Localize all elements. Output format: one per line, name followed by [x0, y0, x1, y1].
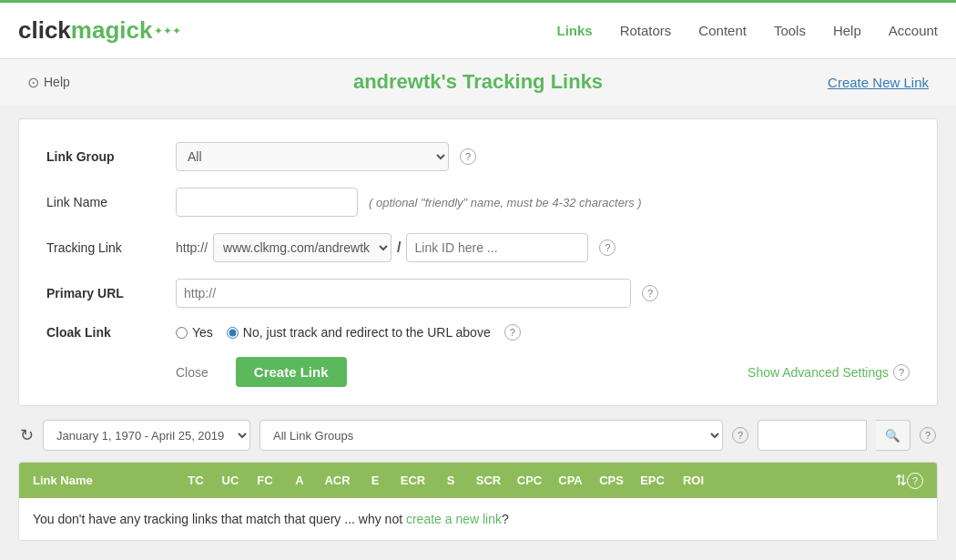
- page-title: andrewtk's Tracking Links: [353, 70, 603, 94]
- page-header: ⊙ Help andrewtk's Tracking Links Create …: [0, 59, 956, 105]
- refresh-icon[interactable]: ↻: [20, 425, 34, 445]
- primary-url-row: Primary URL ?: [46, 279, 910, 308]
- create-link-button[interactable]: Create Link: [236, 357, 347, 387]
- tracking-link-group: http:// www.clkmg.com/andrewtk /: [176, 233, 588, 262]
- logo-dots: ✦✦✦: [154, 25, 181, 37]
- empty-message-end: ?: [502, 512, 509, 526]
- nav-rotators-item[interactable]: Rotators: [620, 23, 672, 38]
- link-group-select[interactable]: All: [176, 142, 449, 171]
- th-a: A: [282, 473, 317, 487]
- table-settings-icon[interactable]: ⇅: [895, 472, 907, 489]
- page-help[interactable]: ⊙ Help: [27, 74, 70, 91]
- cloak-yes-radio[interactable]: [176, 327, 188, 339]
- th-uc: UC: [213, 473, 248, 487]
- th-e: E: [358, 473, 392, 487]
- search-button[interactable]: 🔍: [876, 420, 910, 451]
- show-advanced-settings[interactable]: Show Advanced Settings ?: [748, 364, 910, 381]
- tracking-link-row: Tracking Link http:// www.clkmg.com/andr…: [46, 233, 910, 262]
- table-empty-row: You don't have any tracking links that m…: [19, 498, 937, 540]
- th-ecr: ECR: [392, 473, 433, 487]
- primary-url-input[interactable]: [176, 279, 631, 308]
- tracking-slash: /: [397, 239, 401, 256]
- link-name-label: Link Name: [46, 195, 165, 209]
- link-groups-select[interactable]: All Link Groups: [259, 420, 723, 451]
- nav-links-item[interactable]: Links: [556, 23, 592, 38]
- primary-url-label: Primary URL: [46, 286, 165, 300]
- help-label: Help: [44, 75, 70, 89]
- search-help-icon[interactable]: ?: [920, 427, 936, 443]
- th-link-name: Link Name: [33, 473, 178, 487]
- th-epc: EPC: [632, 473, 673, 487]
- cloak-no-option[interactable]: No, just track and redirect to the URL a…: [227, 325, 491, 340]
- main-content: Link Group All ? Link Name ( optional "f…: [0, 105, 956, 555]
- nav-tools-item[interactable]: Tools: [774, 23, 806, 38]
- close-button[interactable]: Close: [176, 365, 208, 380]
- nav-account-item[interactable]: Account: [889, 23, 938, 38]
- empty-message: You don't have any tracking links that m…: [33, 512, 406, 526]
- nav-content-item[interactable]: Content: [698, 23, 747, 38]
- link-name-row: Link Name ( optional "friendly" name, mu…: [46, 188, 910, 217]
- search-input[interactable]: [758, 420, 867, 451]
- th-s: S: [433, 473, 468, 487]
- cloak-link-label: Cloak Link: [46, 325, 165, 340]
- table-help-icon[interactable]: ?: [907, 473, 923, 489]
- link-group-help-icon[interactable]: ?: [460, 148, 476, 165]
- date-range-select[interactable]: January 1, 1970 - April 25, 2019: [43, 420, 250, 451]
- action-row: Close Create Link Show Advanced Settings…: [46, 357, 910, 387]
- search-icon: 🔍: [885, 429, 900, 443]
- primary-url-help-icon[interactable]: ?: [642, 285, 658, 301]
- filters-help-icon[interactable]: ?: [732, 427, 748, 443]
- th-roi: ROI: [673, 473, 714, 487]
- top-nav: clickmagick✦✦✦ Links Rotators Content To…: [0, 0, 956, 59]
- cloak-options: Yes No, just track and redirect to the U…: [176, 324, 521, 341]
- logo-magick: magick: [71, 16, 153, 45]
- th-acr: ACR: [317, 473, 358, 487]
- logo: clickmagick✦✦✦: [18, 16, 181, 45]
- cloak-help-icon[interactable]: ?: [504, 324, 521, 341]
- show-advanced-label: Show Advanced Settings: [748, 365, 889, 380]
- th-cpa: CPA: [550, 473, 591, 487]
- nav-help-item[interactable]: Help: [833, 23, 861, 38]
- link-group-row: Link Group All ?: [46, 142, 910, 171]
- filters-bar: ↻ January 1, 1970 - April 25, 2019 All L…: [18, 420, 938, 451]
- tracking-domain-select[interactable]: www.clkmg.com/andrewtk: [213, 233, 392, 262]
- cloak-no-radio[interactable]: [227, 327, 239, 339]
- cloak-no-label: No, just track and redirect to the URL a…: [243, 325, 491, 340]
- th-cps: CPS: [591, 473, 632, 487]
- th-scr: SCR: [468, 473, 509, 487]
- logo-click: click: [18, 16, 71, 45]
- th-tc: TC: [178, 473, 213, 487]
- tracking-id-input[interactable]: [406, 233, 588, 262]
- tracking-link-label: Tracking Link: [46, 240, 165, 255]
- th-fc: FC: [248, 473, 282, 487]
- table-container: Link Name TC UC FC A ACR E ECR S SCR CPC…: [18, 462, 938, 541]
- tracking-link-help-icon[interactable]: ?: [599, 239, 615, 256]
- tracking-prefix: http://: [176, 240, 208, 255]
- cloak-link-row: Cloak Link Yes No, just track and redire…: [46, 324, 910, 341]
- create-new-link-button[interactable]: Create New Link: [828, 75, 929, 90]
- create-new-link-inline[interactable]: create a new link: [406, 512, 502, 526]
- link-group-label: Link Group: [46, 149, 165, 164]
- table-header: Link Name TC UC FC A ACR E ECR S SCR CPC…: [19, 463, 937, 498]
- link-name-input[interactable]: [176, 188, 358, 217]
- cloak-yes-label: Yes: [192, 325, 213, 340]
- help-circle-icon: ⊙: [27, 74, 39, 91]
- cloak-yes-option[interactable]: Yes: [176, 325, 213, 340]
- th-cpc: CPC: [509, 473, 550, 487]
- form-card: Link Group All ? Link Name ( optional "f…: [18, 118, 938, 406]
- link-name-hint: ( optional "friendly" name, must be 4-32…: [369, 196, 642, 209]
- nav-links: Links Rotators Content Tools Help Accoun…: [556, 23, 938, 38]
- advanced-help-icon[interactable]: ?: [893, 364, 910, 381]
